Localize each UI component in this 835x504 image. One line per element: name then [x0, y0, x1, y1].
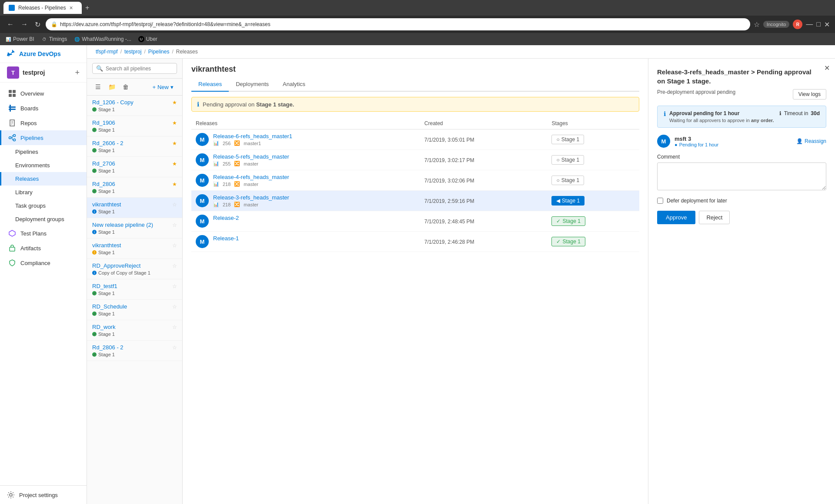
sidebar-item-overview[interactable]: Overview — [0, 86, 87, 101]
sidebar-item-pipelines-sub[interactable]: Pipelines — [0, 145, 87, 159]
stage-badge[interactable]: ○ Stage 1 — [551, 176, 584, 185]
stage-badge[interactable]: ○ Stage 1 — [551, 135, 584, 144]
pipeline-item[interactable]: RD_ApproveReject ☆ i Copy of Copy of Sta… — [87, 259, 182, 279]
profile-btn[interactable]: R — [793, 20, 802, 29]
star-icon[interactable]: ★ — [172, 140, 177, 146]
pipeline-item[interactable]: RD_work ☆ ✓ Stage 1 — [87, 320, 182, 341]
table-row[interactable]: M Release-6-refs_heads_master1 📊 256 🔀 — [191, 129, 639, 150]
delete-btn[interactable]: 🗑 — [120, 81, 131, 93]
stages-cell[interactable]: ○ Stage 1 — [547, 150, 639, 170]
sidebar-item-deploymentgroups[interactable]: Deployment groups — [0, 212, 87, 226]
address-bar[interactable]: 🔒 https://dev.azure.com/tfspf-rmpf/testp… — [46, 18, 750, 30]
tab-releases[interactable]: Releases — [191, 77, 229, 92]
reassign-btn[interactable]: 👤 Reassign — [796, 138, 826, 144]
approve-btn[interactable]: Approve — [657, 211, 695, 224]
new-tab-btn[interactable]: + — [85, 4, 89, 12]
stages-cell[interactable]: ✓ Stage 1 — [547, 232, 639, 252]
sidebar-item-pipelines[interactable]: Pipelines — [0, 130, 87, 145]
bookmark-powerbi[interactable]: 📊 Power BI — [5, 36, 34, 42]
star-icon[interactable]: ☆ — [172, 283, 177, 289]
tab-analytics[interactable]: Analytics — [276, 77, 312, 92]
add-project-btn[interactable]: + — [75, 68, 80, 77]
view-logs-btn[interactable]: View logs — [793, 89, 826, 99]
release-name-link[interactable]: Release-3-refs_heads_master — [213, 194, 289, 201]
sidebar-item-artifacts[interactable]: Artifacts — [0, 241, 87, 255]
sidebar-item-boards[interactable]: Boards — [0, 101, 87, 116]
browser-tab[interactable]: Releases - Pipelines × — [3, 2, 82, 14]
search-wrap[interactable]: 🔍 — [92, 63, 177, 74]
pipeline-item[interactable]: Rd_2806 - 2 ☆ ✓ Stage 1 — [87, 341, 182, 361]
stages-cell[interactable]: ✓ Stage 1 — [547, 211, 639, 232]
stage-badge[interactable]: ○ Stage 1 — [551, 155, 584, 165]
star-icon[interactable]: ☆ — [172, 345, 177, 351]
restore-btn[interactable]: □ — [816, 20, 821, 28]
list-view-btn[interactable]: ☰ — [92, 81, 104, 93]
release-name-link[interactable]: Release-4-refs_heads_master — [213, 174, 289, 180]
table-row[interactable]: M Release-4-refs_heads_master 📊 218 🔀 — [191, 170, 639, 191]
star-icon[interactable]: ☆ — [172, 242, 177, 249]
new-release-btn[interactable]: + New ▾ — [149, 82, 177, 92]
release-name-link[interactable]: Release-2 — [213, 215, 239, 221]
reload-btn[interactable]: ↻ — [33, 19, 42, 30]
sidebar-item-repos[interactable]: Repos — [0, 116, 87, 130]
sidebar-item-testplans[interactable]: Test Plans — [0, 226, 87, 241]
bookmark-timings[interactable]: ⏱ Timings — [41, 36, 67, 42]
minimize-btn[interactable]: — — [806, 20, 813, 28]
stage-badge[interactable]: ✓ Stage 1 — [551, 237, 585, 246]
star-icon[interactable]: ☆ — [172, 263, 177, 269]
project-selector[interactable]: T testproj + — [0, 63, 87, 83]
sidebar-item-taskgroups[interactable]: Task groups — [0, 199, 87, 212]
star-icon[interactable]: ★ — [172, 181, 177, 187]
sidebar-item-compliance[interactable]: Compliance — [0, 255, 87, 270]
back-btn[interactable]: ← — [5, 19, 16, 30]
pipeline-item[interactable]: Rd_2706 ★ ✓ Stage 1 — [87, 157, 182, 177]
pipeline-item[interactable]: Rd_1906 ★ ✓ Stage 1 — [87, 116, 182, 136]
tab-close-btn[interactable]: × — [69, 4, 73, 11]
stages-cell[interactable]: ○ Stage 1 — [547, 170, 639, 191]
star-icon[interactable]: ★ — [172, 99, 177, 106]
bookmark-uber[interactable]: U Uber — [138, 36, 157, 42]
search-input[interactable] — [106, 66, 173, 72]
close-btn[interactable]: ✕ — [824, 20, 830, 29]
pipeline-item-selected[interactable]: vikranthtest ☆ i Stage 1 — [87, 198, 182, 218]
pipeline-item[interactable]: RD_Schedule ☆ ✓ Stage 1 — [87, 300, 182, 320]
sidebar-item-library[interactable]: Library — [0, 186, 87, 199]
breadcrumb-pipelines[interactable]: Pipelines — [148, 49, 170, 55]
table-row[interactable]: M Release-2 7/1/2019, 2:48:45 PM — [191, 211, 639, 232]
pipeline-item[interactable]: Rd_2606 - 2 ★ ✓ Stage 1 — [87, 136, 182, 157]
pipeline-item[interactable]: Rd_1206 - Copy ★ ✓ Stage 1 — [87, 96, 182, 116]
project-settings-btn[interactable]: Project settings — [0, 485, 87, 504]
forward-btn[interactable]: → — [19, 19, 30, 30]
star-page-btn[interactable]: ☆ — [754, 20, 760, 29]
breadcrumb-project[interactable]: testproj — [124, 49, 141, 55]
stages-cell[interactable]: ◀ Stage 1 — [547, 191, 639, 211]
table-row[interactable]: M Release-1 7/1/2019, 2:46:28 PM — [191, 232, 639, 252]
star-icon[interactable]: ☆ — [172, 324, 177, 330]
pipeline-item[interactable]: Rd_2806 ★ ✓ Stage 1 — [87, 177, 182, 198]
stage-badge[interactable]: ◀ Stage 1 — [551, 196, 584, 206]
star-icon[interactable]: ☆ — [172, 304, 177, 310]
stage-badge[interactable]: ✓ Stage 1 — [551, 216, 585, 226]
comment-textarea[interactable] — [657, 162, 826, 190]
defer-checkbox[interactable] — [657, 198, 663, 204]
close-panel-btn[interactable]: ✕ — [824, 64, 830, 72]
bookmark-whatwas[interactable]: 🌐 WhatWasRunning -... — [74, 36, 131, 42]
sidebar-item-environments[interactable]: Environments — [0, 159, 87, 172]
release-name-link[interactable]: Release-1 — [213, 235, 239, 242]
release-name-link[interactable]: Release-5-refs_heads_master — [213, 153, 289, 160]
breadcrumb-org[interactable]: tfspf-rmpf — [96, 49, 118, 55]
stages-cell[interactable]: ○ Stage 1 — [547, 129, 639, 150]
folder-view-btn[interactable]: 📁 — [106, 81, 117, 93]
pipeline-item[interactable]: vikranthtest ☆ ! Stage 1 — [87, 239, 182, 259]
pipeline-item[interactable]: RD_testf1 ☆ ✓ Stage 1 — [87, 279, 182, 300]
star-icon[interactable]: ☆ — [172, 202, 177, 208]
reject-btn[interactable]: Reject — [699, 211, 730, 224]
table-row[interactable]: M Release-5-refs_heads_master 📊 255 🔀 — [191, 150, 639, 170]
star-icon[interactable]: ★ — [172, 161, 177, 167]
release-name-link[interactable]: Release-6-refs_heads_master1 — [213, 133, 292, 139]
star-icon[interactable]: ★ — [172, 120, 177, 126]
table-row[interactable]: M Release-3-refs_heads_master 📊 218 🔀 — [191, 191, 639, 211]
tab-deployments[interactable]: Deployments — [229, 77, 276, 92]
sidebar-item-releases[interactable]: Releases — [0, 172, 87, 186]
pipeline-item[interactable]: New release pipeline (2) ☆ i Stage 1 — [87, 218, 182, 239]
